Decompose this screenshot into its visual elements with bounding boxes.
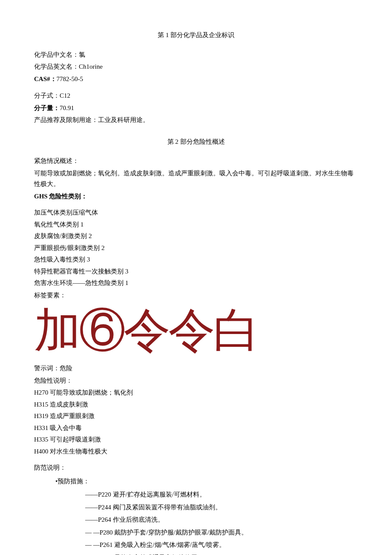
ghs-cat-2: 皮肤腐蚀/刺激类别 2 xyxy=(34,231,358,242)
ghs-cat-6: 危害水生环境——急性危险类别 1 xyxy=(34,278,358,289)
ghs-cat-0: 加压气体类别压缩气体 xyxy=(34,207,358,218)
formula-line: 分子式：C12 xyxy=(34,90,358,102)
name-cn-line: 化学品中文名：氯 xyxy=(34,49,358,61)
cas-value: 7782-50-5 xyxy=(57,76,84,82)
p-2: ——P264 作业后彻底清洗。 xyxy=(85,514,358,526)
p-5: — —P271 只能在室外或通风良好处使用。 xyxy=(85,552,358,555)
ghs-cat-3: 严重眼损伤/眼刺激类别 2 xyxy=(34,243,358,254)
cas-label: CAS#： xyxy=(34,76,57,82)
h-1: H315 造成皮肤刺激 xyxy=(34,399,358,410)
p-3: — —P280 戴防护手套/穿防护服/戴防护眼罩/戴防护面具。 xyxy=(85,527,358,538)
p-1: ——P244 阀门及紧固装置不得带有油脂或油剂。 xyxy=(85,502,358,513)
cas-line: CAS#：7782-50-5 xyxy=(34,74,358,85)
precaution-label: 防范说明： xyxy=(34,462,358,474)
name-en-line: 化学品英文名：Ch1orine xyxy=(34,61,358,73)
h-2: H319 造成严重眼刺激 xyxy=(34,411,358,422)
mw-value: 70.91 xyxy=(60,105,74,111)
name-en-value: Ch1orine xyxy=(79,63,103,70)
mw-label: 分子量： xyxy=(34,105,60,111)
signal-word-line: 警示词：危险 xyxy=(34,363,358,374)
hazard-statements-label: 危险性说明： xyxy=(34,375,358,386)
name-cn-label: 化学品中文名： xyxy=(34,51,79,58)
section1-title: 第 1 部分化学品及企业标识 xyxy=(34,30,358,41)
ghs-pictograms: 加⑥令令白 xyxy=(34,305,358,357)
formula-value: C12 xyxy=(60,92,70,99)
mw-line: 分子量：70.91 xyxy=(34,103,358,114)
label-elements-label: 标签要素： xyxy=(34,290,358,301)
signal-word-label: 警示词： xyxy=(34,365,60,372)
ghs-cat-4: 急性吸入毒性类别 3 xyxy=(34,254,358,265)
h-0: H270 可能导致或加剧燃烧；氧化剂 xyxy=(34,387,358,398)
section2-title: 第 2 部分危险性概述 xyxy=(34,137,358,148)
p-4: — —P261 避免吸入粉尘/烟/气体/烟雾/蒸气/喷雾。 xyxy=(85,540,358,551)
p-0: ——P220 避开/贮存处远离服装/可燃材料。 xyxy=(85,489,358,500)
prevention-bullet: •预防措施： xyxy=(55,476,358,487)
emergency-text: 可能导致或加剧燃烧；氧化剂。造成皮肤刺激。造成严重眼刺激。吸入会中毒。可引起呼吸… xyxy=(34,168,358,190)
ghs-cat-1: 氧化性气体类别 1 xyxy=(34,219,358,230)
name-en-label: 化学品英文名： xyxy=(34,63,79,70)
uses-value: 工业及科研用途。 xyxy=(98,116,149,123)
ghs-label: GHS 危险性类别： xyxy=(34,191,358,202)
h-5: H400 对水生生物毒性极大 xyxy=(34,446,358,457)
uses-label: 产品推荐及限制用途： xyxy=(34,116,98,123)
name-cn-value: 氯 xyxy=(79,51,85,58)
h-3: H331 吸入会中毒 xyxy=(34,423,358,434)
emergency-label: 紧急情况概述： xyxy=(34,156,358,167)
h-4: H335 可引起呼吸道刺激 xyxy=(34,434,358,445)
formula-label: 分子式： xyxy=(34,92,60,99)
ghs-cat-5: 特异性靶器官毒性一次接触类别 3 xyxy=(34,266,358,277)
signal-word-value: 危险 xyxy=(60,365,72,372)
uses-line: 产品推荐及限制用途：工业及科研用途。 xyxy=(34,115,358,126)
